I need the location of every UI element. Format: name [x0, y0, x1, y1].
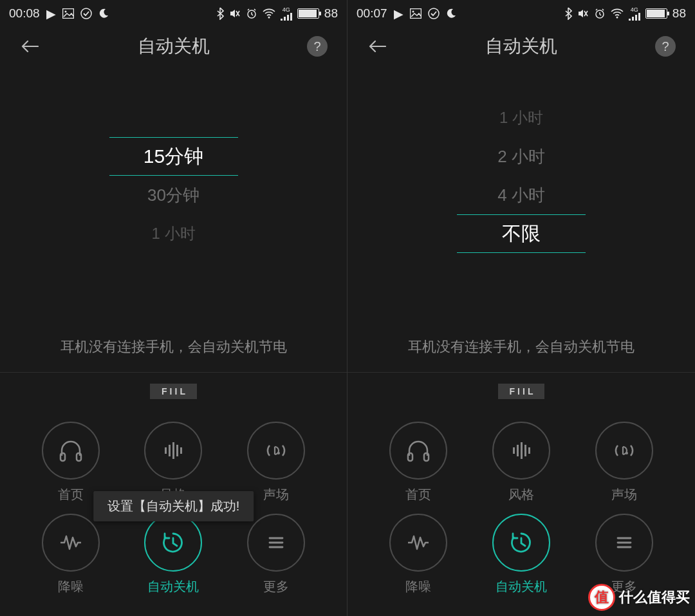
check-circle-icon — [428, 8, 440, 19]
nav-more[interactable]: 更多 — [225, 509, 328, 601]
svg-point-16 — [277, 452, 280, 454]
bluetooth-icon — [216, 7, 224, 20]
svg-rect-11 — [165, 447, 167, 454]
moon-icon — [446, 8, 456, 19]
svg-rect-33 — [521, 442, 523, 459]
svg-rect-0 — [62, 9, 73, 19]
picture-icon — [410, 8, 422, 19]
svg-rect-13 — [172, 442, 174, 459]
nav-soundfield[interactable]: 声场 — [573, 416, 676, 509]
status-time: 00:07 — [357, 6, 387, 21]
picker-area: 15分钟 30分钟 1 小时 — [0, 66, 347, 324]
svg-point-21 — [412, 11, 414, 13]
brand-bar: FIIL — [0, 373, 347, 410]
screen-right: 00:07 ▶ — [348, 0, 695, 616]
nav-auto-off[interactable]: 自动关机 — [470, 509, 573, 601]
back-button[interactable] — [19, 36, 40, 57]
svg-point-24 — [616, 17, 618, 19]
watermark: 值 什么值得买 — [588, 584, 690, 611]
svg-rect-14 — [176, 445, 178, 456]
svg-point-4 — [268, 17, 270, 19]
headphones-icon — [389, 422, 447, 480]
svg-rect-20 — [410, 9, 421, 19]
svg-rect-32 — [517, 445, 519, 456]
svg-rect-31 — [513, 447, 515, 454]
svg-point-1 — [64, 11, 66, 13]
nav-style[interactable]: 风格 — [470, 416, 573, 509]
nav-noise-cancel[interactable]: 降噪 — [19, 509, 122, 601]
help-button[interactable]: ? — [307, 36, 328, 57]
wave-icon — [42, 514, 100, 572]
moon-icon — [98, 8, 109, 19]
brand-logo: FIIL — [150, 384, 197, 399]
picker-option[interactable]: 30分钟 — [109, 176, 238, 214]
picker-option[interactable]: 1 小时 — [457, 98, 586, 137]
nav-label: 首页 — [58, 486, 84, 503]
svg-rect-27 — [635, 15, 637, 21]
headphones-icon — [42, 422, 100, 480]
picker-option[interactable]: 4 小时 — [457, 176, 586, 214]
alarm-icon — [594, 8, 606, 19]
svg-rect-28 — [638, 13, 640, 21]
nav-label: 降噪 — [405, 578, 431, 595]
play-icon: ▶ — [46, 6, 56, 21]
picker-selected[interactable]: 不限 — [457, 214, 586, 253]
svg-rect-10 — [77, 453, 81, 461]
bluetooth-icon — [564, 7, 572, 20]
picker-option[interactable]: 1 小时 — [109, 214, 238, 253]
svg-rect-35 — [528, 447, 530, 454]
picker-option[interactable]: 2 小时 — [457, 137, 586, 176]
nav-label: 首页 — [405, 486, 431, 503]
wave-icon — [389, 514, 447, 572]
nav-noise-cancel[interactable]: 降噪 — [367, 509, 470, 601]
svg-rect-7 — [287, 15, 289, 21]
picture-icon — [62, 8, 74, 19]
picker-selected[interactable]: 15分钟 — [109, 137, 238, 176]
help-button[interactable]: ? — [655, 36, 676, 57]
page-title: 自动关机 — [138, 34, 210, 59]
battery-percent: 88 — [672, 6, 686, 21]
nav-label: 自动关机 — [147, 578, 199, 595]
surround-icon — [247, 422, 305, 480]
status-bar: 00:08 ▶ — [0, 0, 347, 27]
svg-rect-25 — [629, 19, 631, 21]
nav-label: 更多 — [263, 578, 289, 595]
svg-rect-34 — [524, 445, 526, 456]
signal-icon: 4G — [629, 7, 640, 21]
svg-point-2 — [81, 8, 91, 19]
mute-icon — [577, 8, 589, 19]
surround-icon — [595, 422, 653, 480]
nav-label: 声场 — [263, 486, 289, 503]
wifi-icon — [611, 8, 624, 19]
hint-text: 耳机没有连接手机，会自动关机节电 — [0, 324, 347, 372]
battery-percent: 88 — [324, 6, 338, 21]
wifi-icon — [263, 8, 275, 19]
mute-icon — [229, 8, 241, 19]
svg-rect-5 — [281, 19, 283, 21]
svg-rect-12 — [169, 445, 171, 456]
time-picker[interactable]: 15分钟 30分钟 1 小时 — [109, 137, 238, 253]
picker-area: 1 小时 2 小时 4 小时 不限 — [348, 66, 695, 324]
battery-icon — [297, 8, 319, 19]
check-circle-icon — [80, 8, 92, 19]
nav-home[interactable]: 首页 — [367, 416, 470, 509]
play-icon: ▶ — [394, 6, 403, 21]
svg-rect-15 — [180, 447, 182, 454]
nav-label: 自动关机 — [496, 578, 547, 595]
brand-logo: FIIL — [498, 384, 545, 399]
clock-icon — [492, 514, 550, 572]
page-title: 自动关机 — [485, 34, 557, 59]
alarm-icon — [246, 8, 257, 19]
menu-icon — [595, 514, 653, 572]
nav-auto-off[interactable]: 自动关机 — [122, 509, 225, 601]
svg-rect-8 — [290, 13, 292, 21]
time-picker[interactable]: 1 小时 2 小时 4 小时 不限 — [457, 98, 586, 253]
watermark-badge: 值 — [588, 584, 615, 611]
equalizer-icon — [492, 422, 550, 480]
toast: 设置【自动关机】成功! — [93, 491, 254, 521]
svg-rect-29 — [408, 453, 412, 461]
brand-bar: FIIL — [348, 373, 695, 410]
hint-text: 耳机没有连接手机，会自动关机节电 — [348, 324, 695, 372]
back-button[interactable] — [367, 36, 387, 57]
nav-label: 声场 — [611, 486, 637, 503]
